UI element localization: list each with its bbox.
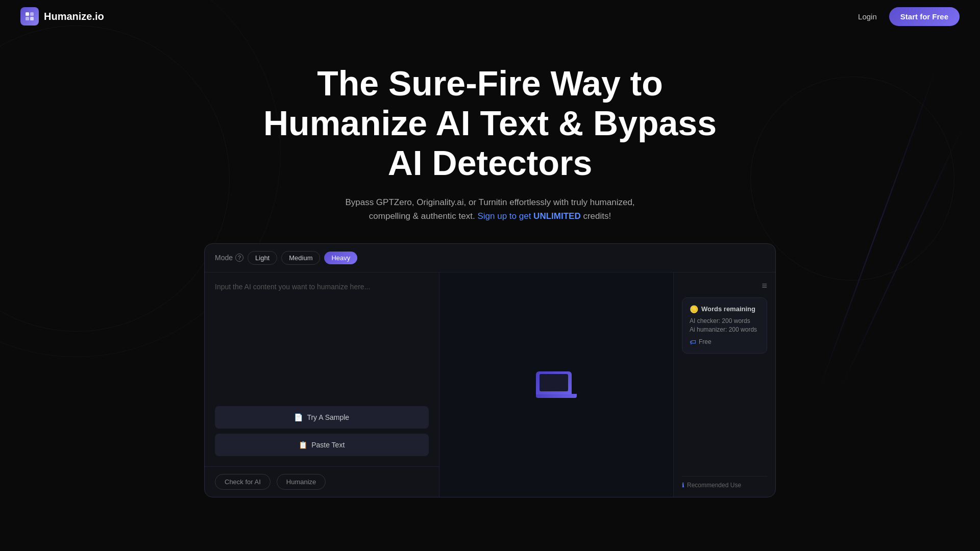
laptop-icon (536, 371, 577, 398)
bottom-bar-left: Check for AI Humanize (205, 466, 439, 497)
ai-checker-words: AI checker: 200 words (690, 317, 760, 324)
login-button[interactable]: Login (858, 12, 877, 21)
paste-icon (299, 441, 307, 449)
mode-light-button[interactable]: Light (248, 251, 277, 265)
hero-subtitle: Bypass GPTZero, Originality.ai, or Turni… (342, 195, 638, 223)
navbar: Humanize.io Login Start for Free (0, 0, 980, 33)
left-panel: Try A Sample Paste Text Check for AI Hum… (205, 272, 439, 497)
humanize-button[interactable]: Humanize (277, 474, 326, 490)
start-free-button[interactable]: Start for Free (889, 7, 960, 26)
recommended-use[interactable]: ℹ Recommended Use (682, 476, 767, 489)
words-remaining-card: 🪙 Words remaining AI checker: 200 words … (682, 297, 767, 354)
check-for-ai-button[interactable]: Check for AI (215, 474, 271, 490)
paste-text-button[interactable]: Paste Text (215, 434, 429, 456)
svg-rect-1 (30, 12, 34, 16)
editor-area: Try A Sample Paste Text Check for AI Hum… (205, 272, 775, 497)
output-icon (536, 371, 577, 398)
mode-label: Mode ? (215, 254, 243, 262)
svg-rect-0 (26, 12, 29, 16)
sidebar-panel: 🪙 Words remaining AI checker: 200 words … (673, 272, 775, 497)
sidebar-menu-icon[interactable] (762, 281, 767, 291)
recommended-icon: ℹ (682, 482, 684, 489)
tag-icon: 🏷 (690, 338, 696, 346)
laptop-base (536, 394, 577, 398)
words-title: 🪙 Words remaining (690, 305, 760, 313)
mode-medium-button[interactable]: Medium (281, 251, 320, 265)
svg-rect-3 (30, 17, 34, 20)
ai-humanizer-words: Ai humanizer: 200 words (690, 326, 760, 333)
mode-bar: Mode ? Light Medium Heavy (205, 244, 775, 272)
mode-info-icon[interactable]: ? (235, 254, 243, 262)
logo-icon (20, 7, 39, 26)
laptop-body (536, 371, 572, 394)
mode-heavy-button[interactable]: Heavy (324, 252, 357, 264)
hero-section: The Sure-Fire Way to Humanize AI Text & … (0, 33, 980, 243)
free-badge: 🏷 Free (690, 338, 760, 346)
doc-icon (294, 413, 303, 421)
logo[interactable]: Humanize.io (20, 7, 104, 26)
sidebar-header (682, 281, 767, 291)
action-buttons: Try A Sample Paste Text (205, 406, 439, 466)
tool-wrapper: Mode ? Light Medium Heavy Try A Sample (0, 243, 980, 508)
try-sample-button[interactable]: Try A Sample (215, 406, 429, 429)
signup-link[interactable]: Sign up to get UNLIMITED (477, 211, 583, 221)
svg-rect-2 (26, 17, 29, 20)
laptop-screen (540, 374, 568, 391)
brand-name: Humanize.io (44, 11, 104, 22)
tool-container: Mode ? Light Medium Heavy Try A Sample (204, 243, 776, 497)
coins-icon: 🪙 (690, 305, 698, 313)
text-input[interactable] (205, 272, 439, 406)
hero-title: The Sure-Fire Way to Humanize AI Text & … (260, 63, 720, 183)
right-panel (439, 272, 674, 497)
nav-actions: Login Start for Free (858, 7, 960, 26)
